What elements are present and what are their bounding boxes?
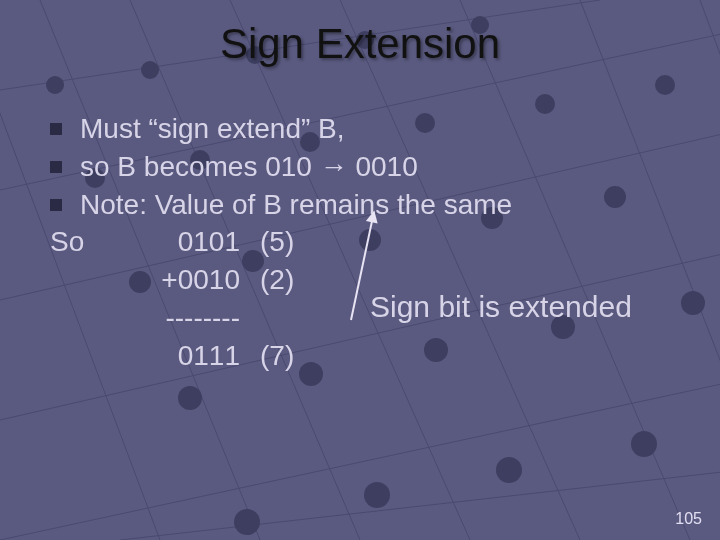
calc-decimal: (7)	[240, 337, 340, 375]
svg-line-7	[700, 0, 720, 540]
svg-point-36	[364, 482, 390, 508]
page-number: 105	[675, 510, 702, 528]
bullet-icon	[50, 123, 62, 135]
svg-line-13	[120, 470, 720, 540]
callout-text: Sign bit is extended	[370, 290, 632, 324]
bullet-text: Note: Value of B remains the same	[80, 186, 512, 224]
bullet-icon	[50, 161, 62, 173]
svg-point-24	[655, 75, 675, 95]
calc-decimal: (5)	[240, 223, 340, 261]
calc-number: 0101	[130, 223, 240, 261]
slide-body: Must “sign extend” B, so B becomes 010 →…	[50, 110, 690, 375]
slide-title: Sign Extension	[0, 20, 720, 68]
calc-decimal: (2)	[240, 261, 340, 299]
calc-number: +0010	[130, 261, 240, 299]
svg-point-37	[496, 457, 522, 483]
slide: Sign Extension Must “sign extend” B, so …	[0, 0, 720, 540]
calc-number: 0111	[130, 337, 240, 375]
bullet-text: Must “sign extend” B,	[80, 110, 345, 148]
svg-point-38	[631, 431, 657, 457]
calc-so-label: So	[50, 223, 130, 261]
svg-line-12	[0, 380, 720, 540]
bullet-icon	[50, 199, 62, 211]
svg-point-30	[178, 386, 202, 410]
calc-row: 0111 (7)	[50, 337, 690, 375]
svg-point-35	[234, 509, 260, 535]
calc-rule: --------	[130, 299, 240, 337]
bullet-item: Must “sign extend” B,	[50, 110, 690, 148]
bullet-item: so B becomes 010 → 0010	[50, 148, 690, 186]
bullet-text: so B becomes 010 → 0010	[80, 148, 418, 186]
svg-point-14	[46, 76, 64, 94]
